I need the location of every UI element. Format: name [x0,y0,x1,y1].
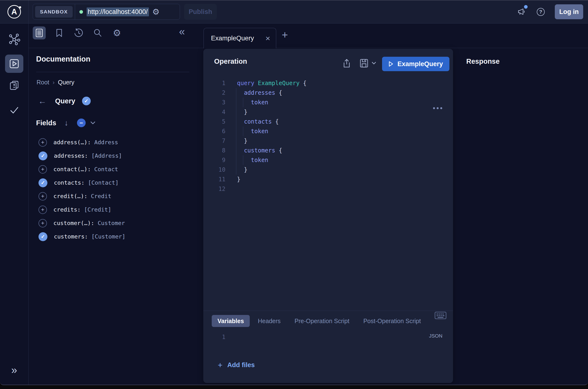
save-menu-caret[interactable] [372,62,376,65]
code-line: } [237,165,307,175]
save-floppy-icon [360,58,368,68]
field-row[interactable]: +address(…): Address [38,136,118,149]
diff-documents-icon [8,80,20,91]
breadcrumb-root[interactable]: Root [36,79,49,86]
endpoint-url-input[interactable]: http://localhost:4000/ [87,7,149,16]
explorer-settings-gear-icon[interactable]: ⚙ [110,27,123,39]
add-files-label: Add files [227,361,255,369]
endpoint-group: SANDBOX http://localhost:4000/ ⚙ [33,4,180,20]
field-row[interactable]: ✓customers: [Customer] [38,230,125,243]
field-selected-check-icon[interactable]: ✓ [38,232,47,241]
keyboard-icon [435,311,447,320]
field-signature: addresses: [Address] [54,152,122,159]
response-title: Response [466,58,500,65]
operation-tab-post-operation-script[interactable]: Post-Operation Script [357,315,427,327]
code-line: contacts { [237,117,307,127]
operation-tab-active[interactable]: ExampleQuery × [204,28,276,48]
document-list-icon [35,28,43,37]
publish-button[interactable]: Publish [184,4,217,20]
field-signature: customer(…): Customer [53,220,125,227]
operation-bottom-divider [203,311,453,311]
indent-guide [243,127,243,136]
operation-bottom-tabs: VariablesHeadersPre-Operation ScriptPost… [212,315,427,327]
editor-code: query ExampleQuery { addresses { token }… [237,78,307,194]
field-add-plus-icon[interactable]: + [38,192,47,200]
code-line: } [237,175,307,184]
bookmark-icon [56,29,63,37]
chevron-down-icon [372,62,376,65]
field-signature: customers: [Customer] [54,233,125,240]
close-tab-icon[interactable]: × [265,34,270,42]
history-button[interactable] [72,27,85,39]
login-button[interactable]: Log in [555,4,583,19]
operation-tab-headers[interactable]: Headers [252,315,286,327]
connection-status-dot [79,10,83,14]
notification-dot [524,5,528,9]
announcements-button[interactable] [517,7,527,17]
editor-options-button[interactable] [433,107,442,109]
expand-rail-button[interactable]: » [0,364,28,376]
field-add-plus-icon[interactable]: + [38,165,47,174]
operation-editor[interactable]: 123456789101112 query ExampleQuery { add… [203,74,453,309]
checkmark-icon [9,105,20,116]
field-add-plus-icon[interactable]: + [38,138,47,147]
operation-tab-label: ExampleQuery [211,35,254,42]
chevron-down-icon[interactable] [90,121,95,125]
field-selected-check-icon[interactable]: ✓ [38,152,47,160]
back-arrow-icon[interactable]: ← [38,97,46,105]
rail-item-changelog[interactable] [0,80,28,91]
history-clock-icon [74,28,83,38]
field-row[interactable]: ✓contacts: [Contact] [38,176,119,190]
endpoint-settings-gear-icon[interactable]: ⚙ [152,8,160,16]
rail-divider [28,0,29,385]
collapse-panel-button[interactable]: « [179,26,185,37]
field-add-plus-icon[interactable]: + [38,219,47,227]
code-line: token [237,97,307,107]
keyboard-shortcuts-button[interactable] [435,311,447,320]
top-bar: A SANDBOX http://localhost:4000/ ⚙ Publi… [0,0,588,24]
share-export-icon [343,58,350,68]
endpoint-url-zone: http://localhost:4000/ ⚙ [75,4,180,19]
help-button[interactable]: ? [537,8,545,16]
operation-tab-pre-operation-script[interactable]: Pre-Operation Script [289,315,355,327]
indent-guide [236,88,236,175]
field-selected-check-icon[interactable]: ✓ [38,178,47,187]
search-icon [93,28,102,37]
field-row[interactable]: +customer(…): Customer [38,216,125,230]
type-name: Query [55,97,75,105]
add-files-button[interactable]: + Add files [218,361,255,369]
field-row[interactable]: ✓addresses: [Address] [38,149,122,162]
code-line: token [237,155,307,165]
field-row[interactable]: +credit(…): Credit [38,190,111,203]
field-row[interactable]: +credits: [Credit] [38,203,111,216]
share-operation-button[interactable] [343,58,350,68]
apollo-logo[interactable]: A [0,0,28,24]
code-line: } [237,107,307,117]
run-button-label: ExampleQuery [397,60,443,68]
rail-item-explorer-active[interactable] [5,55,23,73]
saved-operations-button[interactable] [53,27,66,39]
graph-hub-icon [8,33,20,45]
field-signature: contacts: [Contact] [54,179,119,186]
field-row[interactable]: +contact(…): Contact [38,162,118,176]
apollo-logo-icon: A [7,5,21,19]
code-line: } [237,136,307,146]
sort-fields-icon[interactable]: ↓ [65,119,68,127]
rail-item-checks[interactable] [0,105,28,116]
type-selected-check-icon[interactable]: ✓ [82,97,91,105]
documentation-divider [36,72,189,72]
fields-header-row: Fields ↓ − [36,119,95,127]
type-header-row: ← Query ✓ [38,97,91,105]
rail-item-schema[interactable] [0,33,28,45]
search-button[interactable] [91,27,104,39]
deselect-all-fields-button[interactable]: − [77,119,86,127]
code-line: token [237,127,307,136]
documentation-panel-button[interactable] [33,27,46,39]
run-operation-button[interactable]: ExampleQuery [382,57,450,71]
code-line [237,184,307,194]
field-add-plus-icon[interactable]: + [38,206,47,214]
add-tab-button[interactable]: + [282,29,288,41]
operation-tab-variables[interactable]: Variables [212,315,250,327]
code-line: customers { [237,146,307,155]
save-operation-button[interactable] [360,58,368,68]
